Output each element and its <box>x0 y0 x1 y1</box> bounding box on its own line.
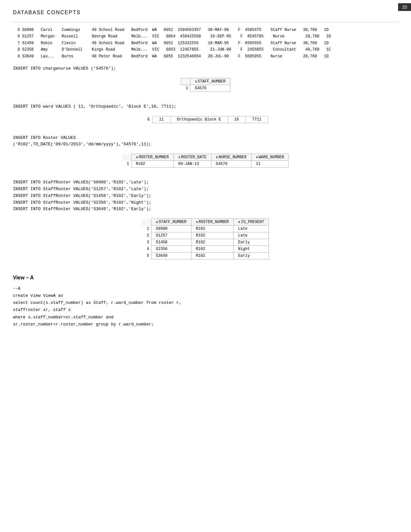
title-divider <box>13 22 398 22</box>
table-row: 1 R102 09-JAN-13 S4576 11 <box>122 161 289 168</box>
col-header: ⇅WARD_NUMBER <box>251 154 289 161</box>
raw-table-rows: 5 S0980 Carol Cummings 49 School Road Be… <box>13 27 398 60</box>
col-header: ⇅IS_PRESENT <box>233 219 269 226</box>
col-header: ⇅ROSTER_NUMBER <box>191 219 233 226</box>
table-row: 5 S3649 R102 Early <box>142 253 269 259</box>
insert1-sql: INSERT INTO chargenurse VALUES ('S4576')… <box>13 65 398 72</box>
insert2-result-table: 6 11 Orthopaedic Block E 16 7711 <box>143 116 268 123</box>
table-row: 2 S1257 R102 Late <box>142 232 269 239</box>
insert3-result-table: ⇅ROSTER_NUMBER⇅ROSTER_DATE⇅NURSE_NUMBER⇅… <box>122 154 289 168</box>
view-section: View – A --A create view ViewA as select… <box>13 275 398 328</box>
insert3-result-wrapper: ⇅ROSTER_NUMBER⇅ROSTER_DATE⇅NURSE_NUMBER⇅… <box>13 151 398 173</box>
insert1-result-table: ⇅STAFF_NUMBER1S4576 <box>181 78 230 92</box>
insert1-result-wrapper: ⇅STAFF_NUMBER1S4576 <box>13 75 398 98</box>
col-header: ⇅ROSTER_NUMBER <box>131 154 173 161</box>
col-header: ⇅STAFF_NUMBER <box>151 219 191 226</box>
page-number: 20 <box>398 3 411 11</box>
table-row: 4 S2356 R102 Night <box>142 246 269 253</box>
col-header: ⇅ROSTER_DATE <box>173 154 211 161</box>
table-row: 1 S0980 R102 Late <box>142 226 269 232</box>
table-row: 3 S1458 R102 Early <box>142 239 269 246</box>
insert4-result-table: ⇅STAFF_NUMBER⇅ROSTER_NUMBER⇅IS_PRESENT 1… <box>142 218 269 259</box>
insert4-sql: INSERT INTO StaffRoster VALUES('S0980','… <box>13 179 398 213</box>
insert2-sql: INSERT INTO ward VALUES ( 11, 'Orthopaed… <box>13 103 398 110</box>
view-title: View – A <box>13 275 398 281</box>
insert4-result-wrapper: ⇅STAFF_NUMBER⇅ROSTER_NUMBER⇅IS_PRESENT 1… <box>13 216 398 265</box>
col-header: ⇅STAFF_NUMBER <box>190 78 230 85</box>
insert2-result-wrapper: 6 11 Orthopaedic Block E 16 7711 <box>13 113 398 129</box>
top-data-table: 5 S0980 Carol Cummings 49 School Road Be… <box>13 27 398 60</box>
page-title: DATABASE CONCEPTS <box>13 10 398 15</box>
table-row: 1S4576 <box>181 85 230 92</box>
insert3-sql: INSERT INTO Roster VALUES ('R102',TO_DAT… <box>13 135 398 148</box>
view-code: --A create view ViewA as select count(s.… <box>13 285 398 328</box>
table-row: 6 11 Orthopaedic Block E 16 7711 <box>143 116 268 123</box>
col-header: ⇅NURSE_NUMBER <box>211 154 251 161</box>
